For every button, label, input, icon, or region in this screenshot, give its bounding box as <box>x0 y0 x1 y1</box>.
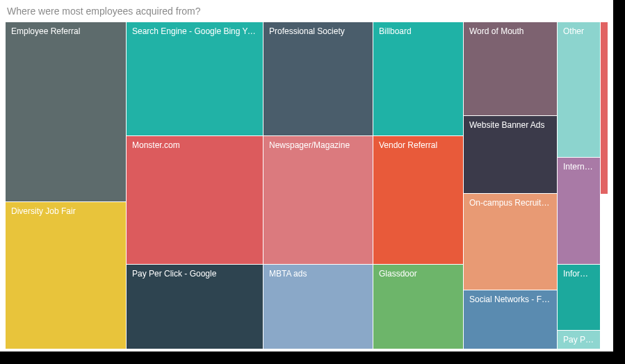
treemap-cell-on-campus-recruiting[interactable]: On-campus Recruiting <box>464 194 557 290</box>
treemap-cell-mbta-ads[interactable]: MBTA ads <box>263 265 373 349</box>
treemap-cell-careerbuilder[interactable] <box>601 22 608 194</box>
treemap-cell-pay-per-click[interactable]: Pay Per ... <box>558 331 600 349</box>
treemap-cell-newspaper-magazine[interactable]: Newspager/Magazine <box>263 136 373 264</box>
treemap-cell-ppc-google[interactable]: Pay Per Click - Google <box>127 265 263 349</box>
treemap-cell-information-session[interactable]: Informati... <box>558 265 600 330</box>
treemap-cell-employee-referral[interactable]: Employee Referral <box>6 22 126 201</box>
treemap-cell-social-networks[interactable]: Social Networks - Faceb... <box>464 290 557 349</box>
treemap-cell-glassdoor[interactable]: Glassdoor <box>373 265 463 349</box>
treemap-cell-vendor-referral[interactable]: Vendor Referral <box>373 136 463 264</box>
treemap-cell-professional-society[interactable]: Professional Society <box>263 22 373 135</box>
treemap-cell-website-banner-ads[interactable]: Website Banner Ads <box>464 116 557 193</box>
treemap-cell-other[interactable]: Other <box>558 22 600 157</box>
treemap-cell-internet-search[interactable]: Internet ... <box>558 158 600 264</box>
treemap-cell-diversity-job-fair[interactable]: Diversity Job Fair <box>6 202 126 349</box>
chart-frame: Where were most employees acquired from?… <box>0 0 613 351</box>
treemap-cell-word-of-mouth[interactable]: Word of Mouth <box>464 22 557 115</box>
treemap[interactable]: Employee Referral Diversity Job Fair Sea… <box>6 22 608 349</box>
chart-title: Where were most employees acquired from? <box>7 6 201 17</box>
treemap-cell-monster[interactable]: Monster.com <box>127 136 263 264</box>
treemap-cell-search-engine[interactable]: Search Engine - Google Bing Yahoo <box>127 22 263 135</box>
treemap-cell-billboard[interactable]: Billboard <box>373 22 463 135</box>
